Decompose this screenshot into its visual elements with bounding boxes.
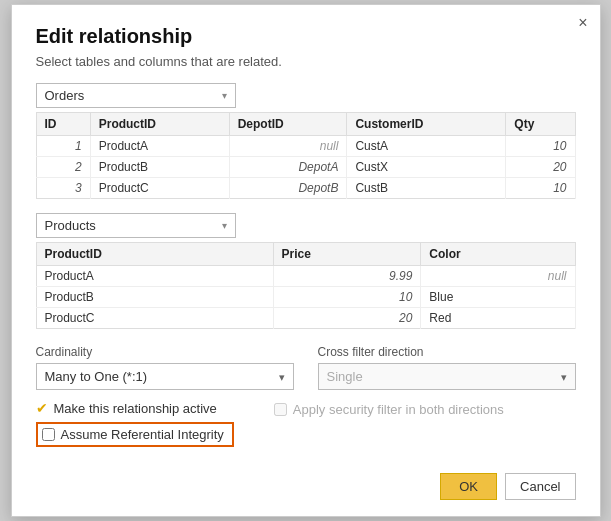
orders-cell-productid: ProductA <box>90 136 229 157</box>
products-cell-color: Blue <box>421 287 575 308</box>
integrity-checkbox-box[interactable]: Assume Referential Integrity <box>36 422 234 447</box>
table-row: 3 ProductC DepotB CustB 10 <box>36 178 575 199</box>
apply-security-checkbox <box>274 403 287 416</box>
dialog-subtitle: Select tables and columns that are relat… <box>36 54 576 69</box>
apply-security-row: Apply security filter in both directions <box>274 402 504 417</box>
cardinality-row: Cardinality Many to One (*:1) Cross filt… <box>36 345 576 390</box>
orders-cell-customerid: CustB <box>347 178 506 199</box>
cross-filter-select[interactable]: Single <box>318 363 576 390</box>
table-row: 2 ProductB DepotA CustX 20 <box>36 157 575 178</box>
products-table-selector[interactable]: Products ▾ <box>36 213 236 238</box>
orders-chevron-icon: ▾ <box>222 90 227 101</box>
products-cell-productid: ProductB <box>36 287 273 308</box>
cross-filter-value: Single <box>327 369 363 384</box>
orders-cell-qty: 10 <box>506 178 575 199</box>
apply-security-label: Apply security filter in both directions <box>293 402 504 417</box>
orders-section: Orders ▾ ID ProductID DepotID CustomerID… <box>36 83 576 199</box>
orders-cell-id: 3 <box>36 178 90 199</box>
orders-cell-productid: ProductC <box>90 178 229 199</box>
edit-relationship-dialog: × Edit relationship Select tables and co… <box>11 4 601 517</box>
products-cell-productid: ProductC <box>36 308 273 329</box>
cardinality-chevron-icon <box>279 369 285 384</box>
cardinality-label: Cardinality <box>36 345 294 359</box>
orders-cell-depotid: DepotB <box>229 178 347 199</box>
products-cell-color: Red <box>421 308 575 329</box>
products-section: Products ▾ ProductID Price Color Product… <box>36 213 576 329</box>
orders-cell-depotid: null <box>229 136 347 157</box>
orders-col-id: ID <box>36 113 90 136</box>
make-active-checkmark-icon: ✔ <box>36 400 48 416</box>
integrity-row: Assume Referential Integrity <box>36 422 234 447</box>
integrity-checkbox[interactable] <box>42 428 55 441</box>
checkboxes-section: ✔ Make this relationship active Assume R… <box>36 400 576 453</box>
cross-filter-chevron-icon <box>561 369 567 384</box>
cardinality-select[interactable]: Many to One (*:1) <box>36 363 294 390</box>
table-row: ProductC 20 Red <box>36 308 575 329</box>
orders-selector-label: Orders <box>45 88 85 103</box>
orders-cell-productid: ProductB <box>90 157 229 178</box>
table-row: ProductB 10 Blue <box>36 287 575 308</box>
integrity-label: Assume Referential Integrity <box>61 427 224 442</box>
products-col-price: Price <box>273 243 421 266</box>
orders-col-productid: ProductID <box>90 113 229 136</box>
products-col-color: Color <box>421 243 575 266</box>
products-table: ProductID Price Color ProductA 9.99 null… <box>36 242 576 329</box>
orders-cell-customerid: CustX <box>347 157 506 178</box>
ok-button[interactable]: OK <box>440 473 497 500</box>
make-active-row: ✔ Make this relationship active <box>36 400 234 416</box>
orders-col-customerid: CustomerID <box>347 113 506 136</box>
cross-filter-col: Cross filter direction Single <box>318 345 576 390</box>
orders-cell-id: 2 <box>36 157 90 178</box>
cancel-button[interactable]: Cancel <box>505 473 575 500</box>
products-col-productid: ProductID <box>36 243 273 266</box>
products-cell-productid: ProductA <box>36 266 273 287</box>
cross-filter-label: Cross filter direction <box>318 345 576 359</box>
products-cell-price: 9.99 <box>273 266 421 287</box>
table-row: 1 ProductA null CustA 10 <box>36 136 575 157</box>
products-cell-price: 20 <box>273 308 421 329</box>
footer-buttons: OK Cancel <box>36 473 576 500</box>
orders-table: ID ProductID DepotID CustomerID Qty 1 Pr… <box>36 112 576 199</box>
cardinality-col: Cardinality Many to One (*:1) <box>36 345 294 390</box>
orders-cell-customerid: CustA <box>347 136 506 157</box>
dialog-title: Edit relationship <box>36 25 576 48</box>
products-cell-price: 10 <box>273 287 421 308</box>
make-active-label: Make this relationship active <box>54 401 217 416</box>
orders-cell-depotid: DepotA <box>229 157 347 178</box>
products-cell-color: null <box>421 266 575 287</box>
left-checkboxes: ✔ Make this relationship active Assume R… <box>36 400 234 453</box>
cardinality-value: Many to One (*:1) <box>45 369 148 384</box>
close-button[interactable]: × <box>578 15 587 31</box>
table-row: ProductA 9.99 null <box>36 266 575 287</box>
orders-cell-id: 1 <box>36 136 90 157</box>
products-chevron-icon: ▾ <box>222 220 227 231</box>
orders-col-qty: Qty <box>506 113 575 136</box>
products-selector-label: Products <box>45 218 96 233</box>
orders-cell-qty: 10 <box>506 136 575 157</box>
orders-cell-qty: 20 <box>506 157 575 178</box>
orders-table-selector[interactable]: Orders ▾ <box>36 83 236 108</box>
orders-col-depotid: DepotID <box>229 113 347 136</box>
right-checkboxes: Apply security filter in both directions <box>274 400 504 423</box>
